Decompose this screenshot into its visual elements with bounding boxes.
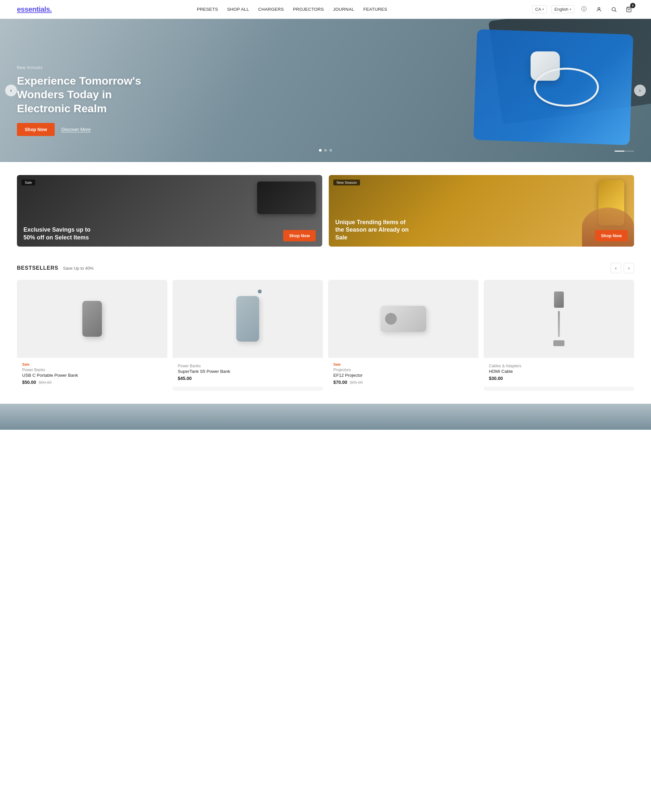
hero-prev-button[interactable]: ‹ — [5, 85, 17, 96]
bestsellers-title: BESTSELLERS — [17, 265, 58, 271]
cart-icon[interactable]: 0 — [623, 4, 634, 15]
cable-usba-end — [553, 340, 564, 346]
promo-left-content: Exclusive Savings up to 50% off on Selec… — [17, 221, 322, 247]
product-price-wrap-3: $70.00 $85.00 — [333, 380, 473, 385]
logo[interactable]: essentials. — [17, 5, 52, 14]
hero-section: New Arrivals Experience Tomorrow's Wonde… — [0, 19, 651, 162]
promo-card-left[interactable]: Sale Exclusive Savings up to 50% off on … — [17, 175, 322, 247]
hero-buttons: Shop Now Discover More — [17, 123, 147, 136]
nav-item-journal[interactable]: JOURNAL — [333, 7, 354, 12]
promo-right-title: Unique Trending Items of the Season are … — [335, 218, 413, 241]
bestsellers-subtitle: Save Up to 40% — [63, 266, 93, 271]
product-price-3: $70.00 — [333, 380, 347, 385]
product-category-2: Power Banks — [178, 364, 318, 368]
product-image-3 — [328, 280, 478, 358]
product-original-price-1: $60.00 — [39, 380, 52, 385]
hero-content: New Arrivals Experience Tomorrow's Wonde… — [17, 66, 147, 136]
account-icon[interactable] — [594, 4, 604, 15]
hero-dots — [319, 149, 332, 152]
powerbank1-image — [83, 301, 102, 337]
header: essentials. PRESETS SHOP ALL CHARGERS PR… — [0, 0, 651, 19]
product-name-2: SuperTank S5 Power Bank — [178, 369, 318, 374]
hero-cable-decoration — [534, 68, 599, 107]
product-card-1[interactable]: Sale Power Banks USB C Portable Power Ba… — [17, 280, 167, 391]
bestsellers-section: BESTSELLERS Save Up to 40% ‹ › Sale Powe… — [0, 259, 651, 404]
bestsellers-header: BESTSELLERS Save Up to 40% ‹ › — [17, 263, 634, 273]
product-info-3: Sale Projectors EF12 Projector $70.00 $8… — [328, 358, 478, 391]
promo-left-badge: Sale — [21, 180, 35, 185]
hero-slide-bar — [614, 151, 634, 152]
search-icon[interactable] — [609, 4, 619, 15]
promo-left-title: Exclusive Savings up to 50% off on Selec… — [23, 226, 102, 241]
country-selector[interactable]: CA ▾ — [532, 5, 547, 13]
product-price-4: $30.00 — [489, 376, 503, 381]
product-category-4: Cables & Adapters — [489, 364, 629, 368]
header-right: CA ▾ English ▾ ⓘ 0 — [532, 4, 634, 15]
svg-point-1 — [612, 8, 616, 11]
hero-dot-3[interactable] — [329, 149, 332, 152]
product-category-1: Power Banks — [22, 368, 162, 372]
hero-title: Experience Tomorrow's Wonders Today in E… — [17, 74, 147, 116]
product-card-3[interactable]: Sale Projectors EF12 Projector $70.00 $8… — [328, 280, 478, 391]
nav-item-chargers[interactable]: CHARGERS — [258, 7, 284, 12]
product-name-4: HDMI Cable — [489, 369, 629, 374]
bestsellers-nav: ‹ › — [611, 263, 634, 273]
nav-item-projectors[interactable]: PROJECTORS — [293, 7, 324, 12]
help-icon[interactable]: ⓘ — [579, 4, 589, 15]
product-image-4 — [484, 280, 634, 358]
promo-card-right[interactable]: New Season Unique Trending Items of the … — [329, 175, 634, 247]
product-category-3: Projectors — [333, 368, 473, 372]
nav-item-features[interactable]: FEATURES — [363, 7, 387, 12]
hero-next-button[interactable]: › — [634, 85, 646, 96]
cable-image — [553, 292, 564, 346]
product-sale-tag-3: Sale — [333, 362, 473, 366]
product-price-wrap-4: $30.00 — [489, 376, 629, 381]
promo-right-content: Unique Trending Items of the Season are … — [329, 214, 634, 247]
hero-dot-1[interactable] — [319, 149, 322, 152]
cable-usb-end — [554, 292, 564, 308]
product-original-price-3: $85.00 — [350, 380, 363, 385]
language-chevron-icon: ▾ — [570, 8, 571, 11]
hero-dot-2[interactable] — [324, 149, 327, 152]
bestsellers-prev-button[interactable]: ‹ — [611, 263, 621, 273]
promo-right-shop-button[interactable]: Shop Now — [595, 230, 628, 241]
language-selector[interactable]: English ▾ — [552, 5, 574, 13]
product-image-1 — [17, 280, 167, 358]
main-nav: PRESETS SHOP ALL CHARGERS PROJECTORS JOU… — [197, 7, 387, 12]
promo-right-badge: New Season — [333, 180, 360, 185]
cable-wire — [558, 311, 560, 337]
product-info-2: Power Banks SuperTank S5 Power Bank $45.… — [173, 358, 323, 387]
hero-tag: New Arrivals — [17, 66, 147, 70]
svg-line-2 — [615, 11, 616, 12]
country-chevron-icon: ▾ — [542, 8, 544, 11]
hero-slide-bar-fill — [614, 151, 624, 152]
product-card-4[interactable]: Cables & Adapters HDMI Cable $30.00 — [484, 280, 634, 391]
product-sale-tag-1: Sale — [22, 362, 162, 366]
product-name-3: EF12 Projector — [333, 373, 473, 378]
projector-image — [381, 306, 426, 332]
product-price-1: $50.00 — [22, 380, 36, 385]
cart-count-badge: 0 — [630, 3, 636, 8]
product-info-1: Sale Power Banks USB C Portable Power Ba… — [17, 358, 167, 391]
hero-shop-now-button[interactable]: Shop Now — [17, 123, 55, 136]
product-price-2: $45.00 — [178, 376, 192, 381]
footer-teaser — [0, 404, 651, 430]
product-price-wrap-1: $50.00 $60.00 — [22, 380, 162, 385]
bestsellers-next-button[interactable]: › — [623, 263, 634, 273]
language-label: English — [554, 7, 568, 12]
product-card-2[interactable]: Power Banks SuperTank S5 Power Bank $45.… — [173, 280, 323, 391]
promo-left-shop-button[interactable]: Shop Now — [283, 230, 316, 241]
hero-discover-more-button[interactable]: Discover More — [61, 127, 90, 132]
product-name-1: USB C Portable Power Bank — [22, 373, 162, 378]
product-info-4: Cables & Adapters HDMI Cable $30.00 — [484, 358, 634, 387]
nav-item-presets[interactable]: PRESETS — [197, 7, 218, 12]
powerbank2-image — [236, 296, 259, 342]
bestsellers-title-wrap: BESTSELLERS Save Up to 40% — [17, 265, 93, 271]
nav-item-shop-all[interactable]: SHOP ALL — [227, 7, 249, 12]
product-price-wrap-2: $45.00 — [178, 376, 318, 381]
country-label: CA — [535, 7, 541, 12]
svg-point-0 — [598, 8, 600, 9]
product-image-2 — [173, 280, 323, 358]
products-grid: Sale Power Banks USB C Portable Power Ba… — [17, 280, 634, 391]
promo-left-device — [257, 182, 316, 214]
